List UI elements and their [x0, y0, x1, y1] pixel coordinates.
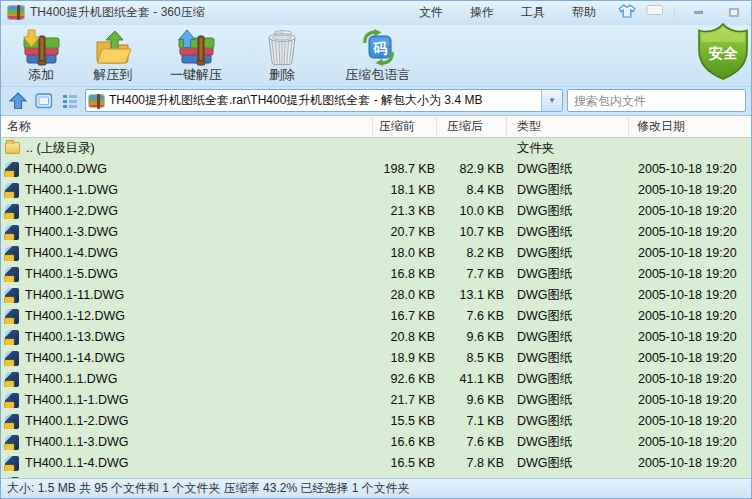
- dwg-file-icon: [5, 162, 19, 177]
- table-row[interactable]: TH400.1.1-3.DWG 16.6 KB 7.6 KB DWG图纸 200…: [1, 432, 751, 453]
- folder-icon: [5, 142, 20, 154]
- maximize-button[interactable]: [721, 5, 747, 21]
- dwg-file-icon: [5, 477, 19, 478]
- table-row[interactable]: TH400.1-4.DWG 18.0 KB 8.2 KB DWG图纸 2005-…: [1, 243, 751, 264]
- add-button[interactable]: 添加: [9, 28, 73, 86]
- file-name: TH400.1-13.DWG: [25, 330, 125, 344]
- table-row[interactable]: TH400.1-2.DWG 21.3 KB 10.0 KB DWG图纸 2005…: [1, 201, 751, 222]
- file-name: TH400.1.1-2.DWG: [25, 414, 129, 428]
- name-cell: TH400.1.1-3.DWG: [1, 435, 373, 450]
- dwg-file-icon: [5, 309, 19, 324]
- table-row[interactable]: TH400.1.1.DWG 92.6 KB 41.1 KB DWG图纸 2005…: [1, 369, 751, 390]
- menu-file[interactable]: 文件: [419, 4, 443, 21]
- date-cell: 2005-10-18 19:20: [629, 393, 751, 407]
- table-row[interactable]: TH400.1.1-2.DWG 15.5 KB 7.1 KB DWG图纸 200…: [1, 411, 751, 432]
- size-after-cell: 7.8 KB: [437, 456, 507, 470]
- file-name: TH400.1.1-4.DWG: [25, 456, 129, 470]
- type-cell: DWG图纸: [507, 413, 629, 430]
- size-after-cell: 7.6 KB: [437, 435, 507, 449]
- dwg-file-icon: [5, 435, 19, 450]
- archive-language-button[interactable]: 码 压缩包语言: [325, 28, 431, 86]
- size-before-cell: 28.0 KB: [373, 288, 437, 302]
- size-before-cell: 198.7 KB: [373, 162, 437, 176]
- name-cell: TH400.1-5.DWG: [1, 267, 373, 282]
- size-after-cell: 9.6 KB: [437, 393, 507, 407]
- one-click-extract-button-label: 一键解压: [170, 67, 222, 82]
- safe-shield-badge[interactable]: 安全: [696, 22, 750, 82]
- extract-to-button[interactable]: 解压到: [77, 28, 149, 86]
- status-text: 大小: 1.5 MB 共 95 个文件和 1 个文件夹 压缩率 43.2% 已经…: [7, 480, 410, 497]
- menu-help[interactable]: 帮助: [572, 4, 596, 21]
- date-cell: 2005-10-18 19:20: [629, 330, 751, 344]
- type-cell: DWG图纸: [507, 329, 629, 346]
- up-directory-button[interactable]: [7, 90, 29, 112]
- date-cell: 2005-10-18 19:20: [629, 162, 751, 176]
- date-cell: 2005-10-18 19:20: [629, 309, 751, 323]
- table-row[interactable]: TH400.1-5.DWG 16.8 KB 7.7 KB DWG图纸 2005-…: [1, 264, 751, 285]
- table-row[interactable]: TH400.1.1-4.DWG 16.5 KB 7.8 KB DWG图纸 200…: [1, 453, 751, 474]
- size-before-cell: 20.8 KB: [373, 330, 437, 344]
- type-cell: DWG图纸: [507, 392, 629, 409]
- date-cell: 2005-10-18 19:20: [629, 183, 751, 197]
- dwg-file-icon: [5, 393, 19, 408]
- add-button-label: 添加: [28, 67, 54, 82]
- date-cell: 2005-10-18 19:20: [629, 351, 751, 365]
- size-before-cell: 21.3 KB: [373, 204, 437, 218]
- list-view-button[interactable]: [59, 90, 81, 112]
- menu-action[interactable]: 操作: [470, 4, 494, 21]
- column-header-after[interactable]: 压缩后: [437, 116, 507, 137]
- delete-button[interactable]: 删除: [243, 28, 321, 86]
- table-row[interactable]: TH400.1-3.DWG 20.7 KB 10.7 KB DWG图纸 2005…: [1, 222, 751, 243]
- view-mode-icon: [35, 93, 53, 109]
- column-header-date[interactable]: 修改日期: [629, 116, 751, 137]
- search-input[interactable]: [567, 89, 746, 112]
- type-cell: DWG图纸: [507, 308, 629, 325]
- name-cell: TH400.1-11.DWG: [1, 288, 373, 303]
- app-window: TH400提升机图纸全套 - 360压缩 文件 操作 工具 帮助: [0, 0, 752, 499]
- address-dropdown-button[interactable]: ▼: [541, 90, 562, 111]
- column-header-before[interactable]: 压缩前: [373, 116, 437, 137]
- type-cell: DWG图纸: [507, 371, 629, 388]
- file-name: TH400.1-3.DWG: [25, 225, 118, 239]
- feedback-icon[interactable]: [646, 4, 664, 22]
- address-path-input[interactable]: TH400提升机图纸全套.rar\TH400提升机图纸全套 - 解包大小为 3.…: [85, 89, 563, 112]
- dwg-file-icon: [5, 204, 19, 219]
- file-name: TH400.1-2.DWG: [25, 204, 118, 218]
- file-name: TH400.1.1-1.DWG: [25, 393, 129, 407]
- size-after-cell: 10.0 KB: [437, 204, 507, 218]
- size-before-cell: 18.1 KB: [373, 183, 437, 197]
- table-row[interactable]: TH400.1-14.DWG 18.9 KB 8.5 KB DWG图纸 2005…: [1, 348, 751, 369]
- table-row[interactable]: .. (上级目录) 文件夹: [1, 138, 751, 159]
- table-row[interactable]: TH400.1-11.DWG 28.0 KB 13.1 KB DWG图纸 200…: [1, 285, 751, 306]
- type-cell: DWG图纸: [507, 182, 629, 199]
- dwg-file-icon: [5, 414, 19, 429]
- menu-tools[interactable]: 工具: [521, 4, 545, 21]
- table-row[interactable]: TH400.1.1-1.DWG 21.7 KB 9.6 KB DWG图纸 200…: [1, 390, 751, 411]
- skin-icon[interactable]: [618, 3, 636, 22]
- up-arrow-icon: [8, 91, 28, 111]
- table-row[interactable]: TH400.1-12.DWG 16.7 KB 7.6 KB DWG图纸 2005…: [1, 306, 751, 327]
- add-archive-icon: [21, 29, 61, 67]
- size-after-cell: 8.4 KB: [437, 183, 507, 197]
- file-name: TH400.1-4.DWG: [25, 246, 118, 260]
- size-after-cell: 13.1 KB: [437, 288, 507, 302]
- archive-language-icon: 码: [358, 29, 398, 67]
- date-cell: 2005-10-18 19:20: [629, 204, 751, 218]
- name-cell: TH400.1.1.DWG: [1, 372, 373, 387]
- table-row[interactable]: TH400.1-1.DWG 18.1 KB 8.4 KB DWG图纸 2005-…: [1, 180, 751, 201]
- view-mode-button[interactable]: [33, 90, 55, 112]
- column-header-name[interactable]: 名称: [1, 116, 373, 137]
- column-header-type[interactable]: 类型: [507, 116, 629, 137]
- delete-button-label: 删除: [269, 67, 295, 82]
- table-row[interactable]: TH400.0.DWG 198.7 KB 82.9 KB DWG图纸 2005-…: [1, 159, 751, 180]
- minimize-button[interactable]: [685, 5, 711, 21]
- size-after-cell: 41.1 KB: [437, 372, 507, 386]
- type-cell: DWG图纸: [507, 287, 629, 304]
- name-cell: TH400.1.1-4.DWG: [1, 456, 373, 471]
- delete-trash-icon: [262, 29, 302, 67]
- table-row[interactable]: TH400.1-13.DWG 20.8 KB 9.6 KB DWG图纸 2005…: [1, 327, 751, 348]
- one-click-extract-button[interactable]: 一键解压: [153, 28, 239, 86]
- name-cell: TH400.1-2.DWG: [1, 204, 373, 219]
- extract-to-icon: [93, 29, 133, 67]
- chevron-down-icon: ▼: [548, 96, 556, 105]
